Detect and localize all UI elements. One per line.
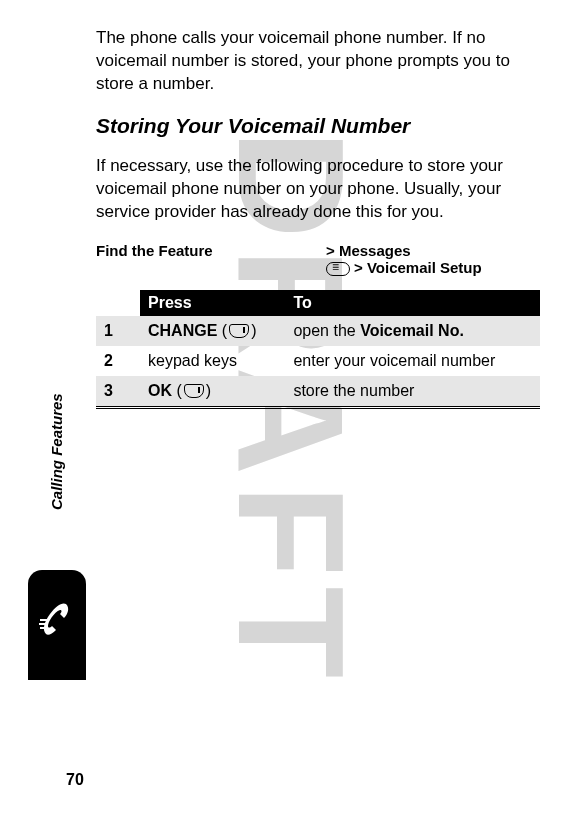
step-to: enter your voicemail number [285, 346, 540, 376]
nav-messages: Messages [339, 242, 411, 259]
step-number: 1 [96, 316, 140, 346]
paren-open: ( [222, 322, 227, 339]
step-to: store the number [285, 376, 540, 406]
paren-close: ) [206, 382, 211, 399]
phone-icon [36, 600, 78, 642]
step-number: 2 [96, 346, 140, 376]
paren-open: ( [176, 382, 181, 399]
step-press: OK () [140, 376, 285, 406]
nav-sep: > [326, 242, 335, 259]
section-side-label: Calling Features [48, 393, 65, 510]
key-voicemail-no: Voicemail No. [360, 322, 464, 339]
section-heading: Storing Your Voicemail Number [96, 114, 540, 138]
step-to: open the Voicemail No. [285, 316, 540, 346]
key-change: CHANGE [148, 322, 217, 339]
col-to: To [285, 290, 540, 316]
table-row: 1 CHANGE () open the Voicemail No. [96, 316, 540, 346]
section-tab [28, 570, 86, 680]
right-softkey-icon [229, 324, 249, 338]
body-paragraph: If necessary, use the following procedur… [96, 155, 540, 224]
table-row: 3 OK () store the number [96, 376, 540, 406]
table-end-rule [96, 406, 540, 409]
nav-sep: > [354, 259, 363, 276]
table-corner [96, 290, 140, 316]
table-row: 2 keypad keys enter your voicemail numbe… [96, 346, 540, 376]
steps-table: Press To 1 CHANGE () open the Voicemail … [96, 290, 540, 406]
step-number: 3 [96, 376, 140, 406]
step-press: CHANGE () [140, 316, 285, 346]
page-content: The phone calls your voicemail phone num… [0, 0, 580, 409]
step-press: keypad keys [140, 346, 285, 376]
find-feature-label: Find the Feature [96, 242, 326, 276]
key-ok: OK [148, 382, 172, 399]
to-text: open the [293, 322, 360, 339]
nav-voicemail-setup: Voicemail Setup [367, 259, 482, 276]
find-feature-block: Find the Feature > Messages > Voicemail … [96, 242, 540, 276]
page-number: 70 [66, 771, 84, 789]
col-press: Press [140, 290, 285, 316]
right-softkey-icon [184, 384, 204, 398]
menu-key-icon [326, 262, 350, 276]
paren-close: ) [251, 322, 256, 339]
find-feature-path: > Messages > Voicemail Setup [326, 242, 482, 276]
intro-paragraph: The phone calls your voicemail phone num… [96, 27, 540, 96]
